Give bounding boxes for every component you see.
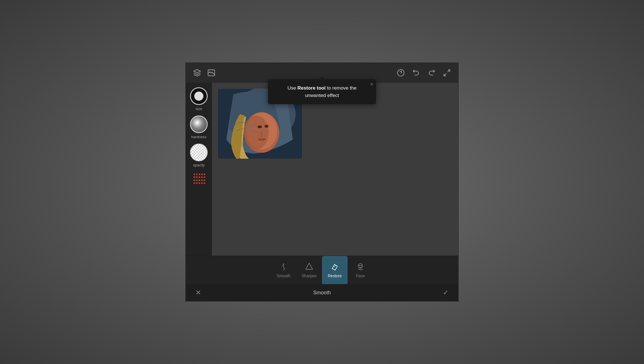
toolbar-left — [191, 67, 217, 78]
tab-face[interactable]: Face — [348, 256, 373, 284]
hardness-knob[interactable] — [190, 115, 208, 133]
smooth-icon — [279, 262, 288, 272]
bottom-toolbar: Smooth Sharpen — [186, 256, 458, 284]
cancel-button[interactable]: ✕ — [193, 287, 204, 298]
gallery-icon[interactable] — [206, 67, 217, 78]
svg-line-3 — [444, 73, 446, 76]
undo-icon[interactable] — [410, 67, 422, 78]
size-control[interactable]: size — [190, 87, 208, 111]
side-panel: size hardness opacity — [186, 83, 212, 256]
sharpen-label: Sharpen — [302, 274, 317, 278]
svg-marker-12 — [306, 263, 313, 269]
svg-line-2 — [447, 70, 450, 72]
sharpen-icon — [305, 262, 313, 272]
tooltip-close-button[interactable]: × — [370, 82, 373, 87]
size-knob-inner — [194, 92, 203, 101]
opacity-knob[interactable] — [190, 144, 208, 161]
hardness-label: hardness — [191, 135, 206, 139]
toolbar: Use Restore tool to remove the unwanted … — [186, 63, 458, 83]
tab-sharpen[interactable]: Sharpen — [296, 256, 322, 284]
brush-grid-icon[interactable] — [192, 172, 206, 186]
app-window: Use Restore tool to remove the unwanted … — [185, 63, 459, 301]
restore-label: Restore — [328, 274, 342, 278]
face-icon — [356, 262, 365, 272]
opacity-control[interactable]: opacity — [190, 144, 208, 167]
tooltip-bold: Restore tool — [298, 85, 326, 91]
expand-icon[interactable] — [441, 67, 453, 78]
main-area: size hardness opacity — [186, 83, 458, 256]
canvas-area[interactable] — [212, 83, 458, 256]
svg-point-14 — [359, 265, 360, 266]
tooltip-prefix: Use — [288, 85, 298, 91]
layers-icon[interactable] — [191, 67, 203, 78]
tab-restore[interactable]: Restore — [322, 256, 348, 284]
confirm-button[interactable]: ✓ — [440, 287, 451, 298]
smooth-label: Smooth — [277, 274, 290, 278]
toolbar-right — [395, 67, 453, 78]
hardness-control[interactable]: hardness — [190, 115, 208, 139]
redo-icon[interactable] — [426, 67, 437, 78]
tooltip-text: Use Restore tool to remove the unwanted … — [276, 84, 368, 99]
restore-icon — [331, 262, 339, 272]
tab-smooth[interactable]: Smooth — [271, 256, 296, 284]
bottom-action-bar: ✕ Smooth ✓ — [186, 284, 458, 301]
size-label: size — [195, 107, 202, 111]
svg-point-15 — [361, 265, 362, 266]
opacity-label: opacity — [193, 163, 205, 167]
tooltip-popup: Use Restore tool to remove the unwanted … — [268, 79, 376, 104]
brush-grid-control[interactable] — [192, 172, 206, 186]
face-label: Face — [356, 274, 365, 278]
svg-point-11 — [265, 125, 269, 128]
help-icon[interactable] — [395, 67, 406, 78]
mode-title: Smooth — [313, 290, 331, 296]
svg-point-10 — [257, 125, 262, 128]
size-knob[interactable] — [190, 87, 208, 105]
